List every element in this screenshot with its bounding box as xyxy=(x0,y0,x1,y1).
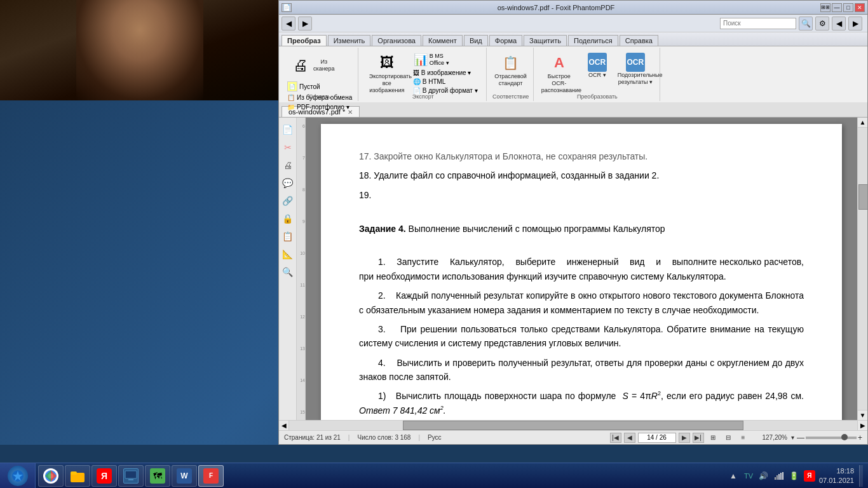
taskbar-item-maps[interactable]: 🗺 xyxy=(145,465,170,487)
taskbar-item-filemanager[interactable] xyxy=(65,465,90,487)
right-scrollbar: ▲ ▼ xyxy=(857,118,867,420)
taskbar-items: Я 🗺 W F xyxy=(36,465,728,487)
close-btn[interactable]: ✕ xyxy=(855,3,865,12)
prev-page-btn[interactable]: ◀ xyxy=(624,433,635,443)
pdf-content[interactable]: 17. Закройте окно Калькулятора и Блокнот… xyxy=(306,118,857,420)
minimize-btn[interactable]: — xyxy=(832,3,842,12)
language: Русс xyxy=(428,434,442,441)
zoom-plus[interactable]: + xyxy=(858,433,862,442)
sidebar-tool-cut[interactable]: ✂ xyxy=(281,140,295,154)
svg-rect-5 xyxy=(125,471,137,478)
tab-organizova[interactable]: Организова xyxy=(372,35,421,46)
quick-ocr-label: БыстроеOCR-распознавание xyxy=(541,73,577,93)
tab-komment[interactable]: Коммент xyxy=(423,35,463,46)
tray-network[interactable] xyxy=(773,470,785,482)
yandex-icon: Я xyxy=(97,468,112,484)
ruler-6: 6 xyxy=(302,124,305,128)
group-convert-label: Преобразовать xyxy=(535,93,660,100)
word-icon: W xyxy=(177,468,192,484)
h-scroll-right-btn[interactable]: ▶ xyxy=(857,421,867,431)
btn-quick-ocr[interactable]: A БыстроеOCR-распознавание xyxy=(539,51,580,95)
btn-iz-skanera[interactable]: 🖨 Изсканера xyxy=(285,51,337,79)
taskbar-item-foxit[interactable]: F xyxy=(198,465,224,487)
tab-zaschitit[interactable]: Защитить xyxy=(524,35,567,46)
tab-izmenit[interactable]: Изменить xyxy=(328,35,371,46)
forward-btn[interactable]: ▶ xyxy=(298,17,312,30)
page-input[interactable] xyxy=(638,433,676,443)
scroll-down-btn[interactable]: ▼ xyxy=(858,410,867,420)
tray-battery[interactable]: 🔋 xyxy=(789,470,800,482)
clock[interactable]: 18:18 07.01.2021 xyxy=(819,466,854,485)
tab-forma[interactable]: Форма xyxy=(489,35,522,46)
sidebar-tool-lock[interactable]: 🔒 xyxy=(281,212,295,226)
h-scrollbar-thumb[interactable] xyxy=(403,421,743,430)
btn-portfolio[interactable]: 📁 PDF-портфолио ▾ xyxy=(285,103,351,111)
tray-sound[interactable]: 🔊 xyxy=(758,470,770,482)
tab-spravka[interactable]: Справка xyxy=(620,35,658,46)
tab-vid[interactable]: Вид xyxy=(464,35,488,46)
last-page-btn[interactable]: ▶| xyxy=(693,433,704,443)
group-create-label: Создать xyxy=(281,93,358,100)
sidebar-tool-search2[interactable]: 🔍 xyxy=(281,265,295,279)
btn-export-images[interactable]: 🖼 Экспортироватьвсе изображения xyxy=(367,51,407,95)
word-count: Число слов: 3 168 xyxy=(357,434,410,441)
sidebar-tool-measure[interactable]: 📐 xyxy=(281,247,295,261)
tray-teamviewer[interactable]: TV xyxy=(743,470,754,482)
ribbon-content: 🖨 Изсканера 📄 Пустой 📋 Из буфера обмена … xyxy=(279,46,867,102)
taskbar-item-chrome[interactable] xyxy=(38,465,64,487)
settings-btn[interactable]: ⚙ xyxy=(815,17,829,30)
layout-btn2[interactable]: ⊟ xyxy=(722,434,735,441)
tray-show-desktop[interactable]: ▲ xyxy=(728,470,739,482)
taskbar-item-yandex[interactable]: Я xyxy=(92,465,117,487)
pdf-page: 17. Закройте окно Калькулятора и Блокнот… xyxy=(321,124,842,420)
tab-preobraz[interactable]: Преобраз xyxy=(281,35,327,46)
btn-to-html[interactable]: 🌐 В HTML xyxy=(411,78,480,86)
taskbar-item-virtual[interactable] xyxy=(118,465,144,487)
btn-to-image[interactable]: 🖼 В изображение ▾ xyxy=(411,69,480,77)
window-menu-btn[interactable]: 📄 xyxy=(281,3,292,12)
sidebar-tool-print[interactable]: 🖨 xyxy=(281,158,295,172)
tab-podelitsya[interactable]: Поделиться xyxy=(568,35,618,46)
h-scroll-left-btn[interactable]: ◀ xyxy=(279,421,289,431)
h-scrollbar-track xyxy=(289,421,857,430)
to-image-label: В изображение ▾ xyxy=(421,69,471,76)
show-desktop-btn[interactable] xyxy=(859,465,863,487)
virtual-icon xyxy=(123,468,139,484)
zoom-thumb[interactable] xyxy=(841,434,848,440)
grid-icon[interactable]: ⊞⊞ xyxy=(820,3,831,12)
btn-portfolio-label: PDF-портфолио ▾ xyxy=(297,104,349,111)
ocr-label: OCR ▾ xyxy=(588,72,606,79)
start-button[interactable] xyxy=(0,463,36,489)
search-btn[interactable]: 🔍 xyxy=(799,17,813,30)
btn-suspicious[interactable]: OCR Подозрительныерезультаты ▾ xyxy=(615,51,656,87)
btn-standard[interactable]: 📋 Отраслевойстандарт xyxy=(492,51,529,88)
btn-pustoy[interactable]: 📄 Пустой xyxy=(285,81,322,92)
prev-result-btn[interactable]: ◀ xyxy=(832,17,846,30)
maximize-btn[interactable]: □ xyxy=(843,3,853,12)
scrollbar-thumb[interactable] xyxy=(858,184,867,210)
sidebar-tool-doc[interactable]: 📋 xyxy=(281,229,295,243)
search-input[interactable] xyxy=(720,18,796,29)
first-page-btn[interactable]: |◀ xyxy=(610,433,621,443)
next-result-btn[interactable]: ▶ xyxy=(848,17,862,30)
taskbar-item-word[interactable]: W xyxy=(172,465,197,487)
svg-rect-6 xyxy=(128,479,133,480)
next-page-btn[interactable]: ▶ xyxy=(679,433,690,443)
suspicious-icon: OCR xyxy=(626,53,645,72)
layout-btn1[interactable]: ⊞ xyxy=(707,434,719,441)
sidebar-tool-link[interactable]: 🔗 xyxy=(281,194,295,208)
zoom-minus[interactable]: — xyxy=(797,433,804,442)
btn-ms-office[interactable]: 📊 В MSOffice ▾ xyxy=(411,51,480,68)
ribbon-group-correspond: 📋 Отраслевойстандарт Соответствие xyxy=(488,48,534,101)
scroll-up-btn[interactable]: ▲ xyxy=(858,118,867,128)
sidebar-tool-comment[interactable]: 💬 xyxy=(281,176,295,190)
back-btn[interactable]: ◀ xyxy=(281,17,295,30)
foxit-icon: F xyxy=(203,468,219,484)
tray-yandex[interactable]: Я xyxy=(804,470,815,482)
layout-btn3[interactable]: ≡ xyxy=(737,434,750,441)
zoom-slider[interactable] xyxy=(806,437,857,439)
btn-ocr[interactable]: OCR OCR ▾ xyxy=(583,51,611,80)
ribbon-group-export: 🖼 Экспортироватьвсе изображения 📊 В MSOf… xyxy=(360,48,487,101)
sidebar-tool-page[interactable]: 📄 xyxy=(281,123,295,137)
scrollbar-track xyxy=(858,128,867,410)
